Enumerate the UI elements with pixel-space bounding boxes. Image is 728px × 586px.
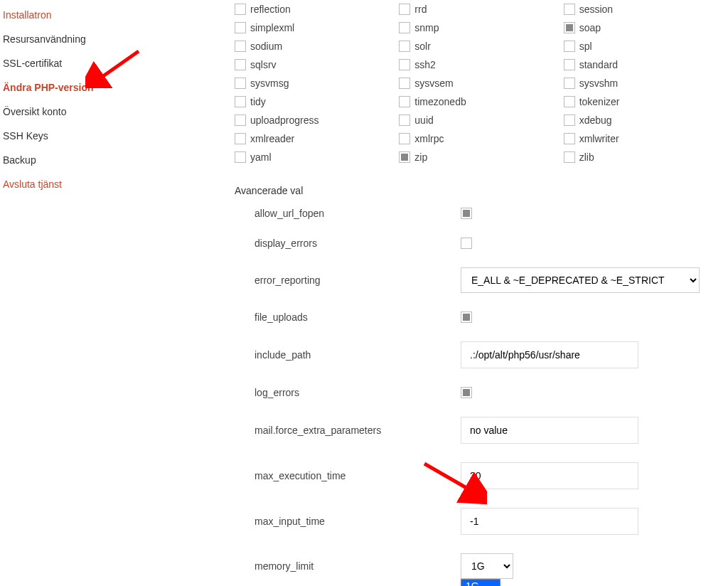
adv-row-error-reporting: error_reportingE_ALL & ~E_DEPRECATED & ~…: [235, 267, 728, 293]
dropdown-option[interactable]: 1G: [461, 580, 500, 586]
extension-label: xmlwriter: [579, 131, 619, 146]
adv-input[interactable]: [461, 417, 638, 444]
sidebar-item-ssl[interactable]: SSL-certifikat: [3, 51, 145, 75]
extension-soap[interactable]: soap: [564, 18, 728, 37]
extension-xmlrpc[interactable]: xmlrpc: [399, 129, 563, 148]
extension-checkbox[interactable]: [235, 96, 246, 107]
adv-checkbox[interactable]: [461, 387, 472, 398]
adv-row-display-errors: display_errors: [235, 238, 728, 249]
extension-label: solr: [414, 38, 431, 54]
extension-checkbox[interactable]: [399, 151, 410, 163]
adv-input[interactable]: [461, 508, 638, 535]
extension-xdebug[interactable]: xdebug: [564, 111, 728, 129]
extension-spl[interactable]: spl: [564, 37, 728, 55]
extension-label: simplexml: [250, 20, 294, 36]
adv-input[interactable]: [461, 341, 638, 368]
extension-label: spl: [579, 38, 592, 54]
sidebar-item-backup[interactable]: Backup: [3, 148, 145, 172]
extension-checkbox[interactable]: [235, 151, 246, 163]
extension-timezonedb[interactable]: timezonedb: [399, 92, 563, 111]
sidebar-item-resurs[interactable]: Resursanvändning: [3, 27, 145, 51]
extension-checkbox[interactable]: [399, 133, 410, 144]
extension-xmlreader[interactable]: xmlreader: [235, 129, 399, 148]
extension-sysvsem[interactable]: sysvsem: [399, 74, 563, 92]
extension-tokenizer[interactable]: tokenizer: [564, 92, 728, 111]
adv-row-log-errors: log_errors: [235, 387, 728, 398]
extension-label: sqlsrv: [250, 57, 277, 73]
adv-select[interactable]: E_ALL & ~E_DEPRECATED & ~E_STRICT: [461, 267, 700, 293]
extension-sqlsrv[interactable]: sqlsrv: [235, 55, 399, 74]
extension-checkbox[interactable]: [399, 22, 410, 33]
main-panel: reflectionsimplexmlsodiumsqlsrvsysvmsgti…: [235, 0, 728, 586]
extension-checkbox[interactable]: [564, 96, 575, 107]
adv-select[interactable]: 1G: [461, 553, 513, 579]
extension-label: yaml: [250, 149, 272, 165]
adv-row-allow-url-fopen: allow_url_fopen: [235, 208, 728, 219]
extension-checkbox[interactable]: [564, 4, 575, 15]
extension-zlib[interactable]: zlib: [564, 148, 728, 166]
sidebar-item-terminate[interactable]: Avsluta tjänst: [3, 172, 145, 196]
extension-session[interactable]: session: [564, 0, 728, 18]
extension-ssh2[interactable]: ssh2: [399, 55, 563, 74]
extension-checkbox[interactable]: [399, 96, 410, 107]
extension-standard[interactable]: standard: [564, 55, 728, 74]
extension-checkbox[interactable]: [564, 41, 575, 52]
sidebar-item-overview[interactable]: Översikt konto: [3, 100, 145, 124]
extension-snmp[interactable]: snmp: [399, 18, 563, 37]
extension-sysvmsg[interactable]: sysvmsg: [235, 74, 399, 92]
extension-checkbox[interactable]: [564, 151, 575, 163]
extension-label: zip: [414, 149, 427, 165]
extension-label: sysvshm: [579, 75, 618, 91]
extension-checkbox[interactable]: [235, 59, 246, 70]
adv-row-mail-force-extra-parameters: mail.force_extra_parameters: [235, 417, 728, 444]
adv-label: mail.force_extra_parameters: [255, 425, 461, 436]
advanced-heading: Avancerade val: [235, 185, 728, 196]
adv-checkbox[interactable]: [461, 311, 472, 323]
extension-checkbox[interactable]: [399, 4, 410, 15]
extension-checkbox[interactable]: [399, 59, 410, 70]
sidebar-item-php-version[interactable]: Ändra PHP-version: [3, 75, 145, 100]
extension-label: xmlreader: [250, 131, 294, 146]
extension-checkbox[interactable]: [399, 41, 410, 52]
extension-simplexml[interactable]: simplexml: [235, 18, 399, 37]
adv-checkbox[interactable]: [461, 238, 472, 249]
extension-yaml[interactable]: yaml: [235, 148, 399, 166]
adv-label: max_execution_time: [255, 470, 461, 481]
extension-uuid[interactable]: uuid: [399, 111, 563, 129]
extension-sysvshm[interactable]: sysvshm: [564, 74, 728, 92]
adv-checkbox[interactable]: [461, 208, 472, 219]
extension-checkbox[interactable]: [235, 22, 246, 33]
advanced-options: allow_url_fopendisplay_errorserror_repor…: [235, 208, 728, 586]
extension-xmlwriter[interactable]: xmlwriter: [564, 129, 728, 148]
extension-checkbox[interactable]: [235, 78, 246, 89]
extension-checkbox[interactable]: [399, 114, 410, 126]
extension-label: zlib: [579, 149, 594, 165]
extension-checkbox[interactable]: [235, 133, 246, 144]
extension-checkbox[interactable]: [564, 22, 575, 33]
extension-zip[interactable]: zip: [399, 148, 563, 166]
extension-label: session: [579, 1, 613, 17]
extension-label: sysvmsg: [250, 75, 289, 91]
adv-label: memory_limit: [255, 560, 461, 572]
extension-label: snmp: [414, 20, 439, 36]
extension-uploadprogress[interactable]: uploadprogress: [235, 111, 399, 129]
extension-sodium[interactable]: sodium: [235, 37, 399, 55]
sidebar-item-installatron[interactable]: Installatron: [3, 3, 145, 27]
extension-tidy[interactable]: tidy: [235, 92, 399, 111]
extension-checkbox[interactable]: [235, 4, 246, 15]
extension-checkbox[interactable]: [564, 78, 575, 89]
extension-checkbox[interactable]: [564, 133, 575, 144]
extension-solr[interactable]: solr: [399, 37, 563, 55]
extension-checkbox[interactable]: [564, 59, 575, 70]
extension-reflection[interactable]: reflection: [235, 0, 399, 18]
sidebar-item-ssh-keys[interactable]: SSH Keys: [3, 124, 145, 148]
adv-input[interactable]: [461, 462, 638, 489]
extension-checkbox[interactable]: [235, 114, 246, 126]
adv-label: log_errors: [255, 387, 461, 398]
extension-checkbox[interactable]: [564, 114, 575, 126]
extension-label: sodium: [250, 38, 282, 54]
extension-rrd[interactable]: rrd: [399, 0, 563, 18]
extension-checkbox[interactable]: [235, 41, 246, 52]
adv-label: include_path: [255, 349, 461, 361]
extension-checkbox[interactable]: [399, 78, 410, 89]
